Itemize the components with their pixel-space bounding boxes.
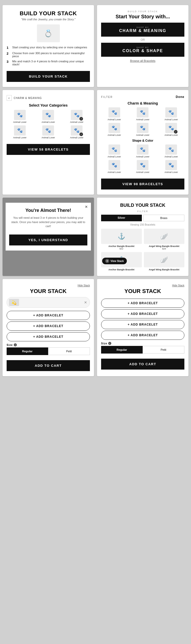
size-info-icon[interactable]: i xyxy=(108,342,111,345)
product-image: 🪽 xyxy=(144,252,185,267)
charm-label: Animal Lover xyxy=(108,134,121,136)
charm-label: Animal Lover xyxy=(13,136,27,139)
size-petit-button[interactable]: Petit xyxy=(143,346,185,354)
your-stack-heading: YOUR STACK xyxy=(7,288,90,295)
filter-silver-button[interactable]: Silver xyxy=(101,215,142,221)
ring-box-image: 💍 xyxy=(37,24,60,42)
filter-brass-button[interactable]: Brass xyxy=(143,215,185,221)
view-stack-badge[interactable]: 0 View Stack xyxy=(102,258,127,264)
build-stack-button[interactable]: BUILD YOUR STACK xyxy=(7,71,90,82)
list-item[interactable]: 🐾 Animal Lover xyxy=(158,144,184,158)
remove-bracelet-button[interactable]: ✕ xyxy=(84,300,87,304)
charm-label: Animal Lover xyxy=(42,136,55,139)
add-bracelet-button-1[interactable]: + ADD BRACELET xyxy=(7,311,90,320)
modal-heading: You're Almost There! xyxy=(9,208,87,213)
size-info-icon[interactable]: i xyxy=(14,343,17,346)
list-item[interactable]: 🐾✓ Animal Lover xyxy=(158,123,184,136)
card2-heading: Start Your Story with... xyxy=(101,14,184,20)
charm-img: 🐾 xyxy=(42,110,54,120)
add-to-cart-button[interactable]: ADD TO CART xyxy=(7,360,90,371)
charm-label: Animal Lover xyxy=(165,171,178,173)
shape-color-grid: 🐾 Animal Lover 🐾 Animal Lover 🐾 Animal L… xyxy=(101,144,184,173)
product-name: Angel Wing Bangle Bracelet xyxy=(144,245,185,247)
filter-section-label: FILTER xyxy=(101,210,184,213)
list-item[interactable]: 🐾 Animal Lover xyxy=(35,110,62,123)
list-item[interactable]: 🐾 Animal Lover xyxy=(101,144,128,158)
list-item[interactable]: 🐾 Animal Lover xyxy=(158,160,184,173)
add-bracelet-button-4[interactable]: + ADD BRACELET xyxy=(101,331,184,340)
add-to-cart-button[interactable]: ADD TO CART xyxy=(101,359,184,370)
view-bracelets-button[interactable]: VIEW 58 BRACELETS xyxy=(7,144,90,155)
charm-label: Animal Lover xyxy=(13,121,27,123)
modal-body: You will need at least 3 or 4 pieces to … xyxy=(9,216,87,228)
add-bracelet-button-2[interactable]: + ADD BRACELET xyxy=(7,321,90,331)
table-row: 🪽 Angel Wing Bangle Bracelet xyxy=(144,252,185,271)
charm-label: Animal Lover xyxy=(108,118,121,121)
view-98-bracelets-button[interactable]: VIEW 98 BRACELETS xyxy=(101,179,184,189)
size-petit-button[interactable]: Petit xyxy=(48,347,90,355)
size-label: Size i xyxy=(101,342,184,345)
step1-text: Start creating your story by selecting o… xyxy=(12,46,87,49)
back-arrow-button[interactable]: ‹ xyxy=(7,95,12,101)
select-categories-card: ‹ CHARM & MEANING Select Your Categories… xyxy=(3,90,94,195)
add-bracelet-button-1[interactable]: + ADD BRACELET xyxy=(101,299,184,308)
add-bracelet-button-2[interactable]: + ADD BRACELET xyxy=(101,309,184,318)
table-row: ⚓ 0 View Stack Anchor Bangle Bracelet xyxy=(101,252,142,271)
close-modal-button[interactable]: ✕ xyxy=(85,205,88,209)
list-item[interactable]: 🐾 Animal Lover xyxy=(35,125,62,139)
product-price: $32 xyxy=(101,247,142,250)
product-name: Anchor Bangle Bracelet xyxy=(101,245,142,247)
charm-label: Animal Lover xyxy=(108,171,121,173)
card1-subtitle: "We craft the Jewelry, you create the St… xyxy=(7,18,90,21)
build-stack-intro-card: BUILD YOUR STACK "We craft the Jewelry, … xyxy=(3,5,94,87)
size-regular-button[interactable]: Regular xyxy=(101,346,143,354)
done-button[interactable]: Done xyxy=(176,95,184,99)
understand-button[interactable]: YES, I UNDERSTAND xyxy=(9,235,87,245)
check-badge: ✓ xyxy=(79,117,83,121)
browse-bracelets-link[interactable]: Browse all Bracelets xyxy=(101,59,184,62)
shop-by-label1: SHOP BY xyxy=(104,26,182,28)
shop-charm-meaning-button[interactable]: SHOP BY CHARM & MEANING xyxy=(101,23,184,37)
add-bracelet-button-3[interactable]: + ADD BRACELET xyxy=(101,320,184,329)
list-item[interactable]: 🐾 Animal Lover xyxy=(130,144,156,158)
list-item[interactable]: 🐾 Animal Lover xyxy=(7,110,33,123)
list-item[interactable]: 🐾 Animal Lover xyxy=(130,160,156,173)
charm-label: Animal Lover xyxy=(108,155,121,158)
list-item[interactable]: 🐾✓ Animal Lover xyxy=(63,110,90,123)
size-regular-button[interactable]: Regular xyxy=(7,347,48,355)
step3-text: Mix and match 3 or 4 pieces to finish cr… xyxy=(12,60,90,66)
filter-panel-card: FILTER Done Charm & Meaning 🐾 Animal Lov… xyxy=(97,90,188,195)
charm-img: 🐾✓ xyxy=(71,110,83,120)
charm-label: Animal Lover xyxy=(136,171,149,173)
list-item[interactable]: 🐾✓ Animal Lover xyxy=(63,125,90,139)
filter-header: FILTER Done xyxy=(101,95,184,99)
list-item[interactable]: 🐾 Animal Lover xyxy=(7,125,33,139)
view-stack-label: View Stack xyxy=(111,260,124,262)
list-item[interactable]: 🐾 Animal Lover xyxy=(101,107,128,121)
shop-color-shape-button[interactable]: SHOP BY COLOR & SHAPE xyxy=(101,43,184,57)
charm-label: Animal Lover xyxy=(136,134,149,136)
add-bracelet-button-3[interactable]: + ADD BRACELET xyxy=(7,332,90,341)
list-item[interactable]: 🐾 Animal Lover xyxy=(130,107,156,121)
product-price: $28 xyxy=(144,247,185,250)
product-name: Angel Wing Bangle Bracelet xyxy=(144,268,185,271)
list-item[interactable]: 🐾 Animal Lover xyxy=(101,123,128,136)
size-label: Size i xyxy=(7,343,90,346)
charm-img: 🐾 xyxy=(108,107,120,118)
steps-list: 1 Start creating your story by selecting… xyxy=(7,46,90,66)
charm-img: 🐾 xyxy=(108,123,120,133)
list-item[interactable]: 🐾 Animal Lover xyxy=(130,123,156,136)
charm-img: 🐾✓ xyxy=(165,123,177,133)
charm-label: Animal Lover xyxy=(136,155,149,158)
charm-label: Animal Lover xyxy=(136,118,149,121)
list-item[interactable]: 🐾 Animal Lover xyxy=(158,107,184,121)
hide-stack-link[interactable]: Hide Stack xyxy=(101,284,184,287)
charm-img: 🐾 xyxy=(14,110,26,120)
filter-row: Silver Brass xyxy=(101,215,184,221)
size-text: Size xyxy=(7,344,13,346)
charm-label: Animal Lover xyxy=(165,155,178,158)
list-item[interactable]: 🐾 Animal Lover xyxy=(101,160,128,173)
your-stack-left-card: Hide Stack YOUR STACK 💫 ✕ + ADD BRACELET… xyxy=(3,279,94,376)
hide-stack-link[interactable]: Hide Stack xyxy=(7,284,90,287)
bracelet-image: 💫 xyxy=(9,299,19,306)
